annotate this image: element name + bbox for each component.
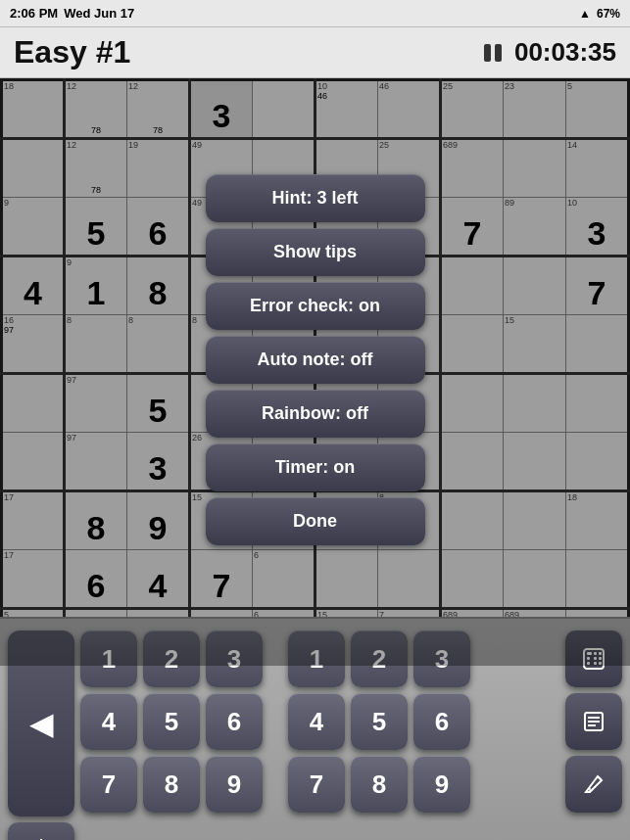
key-7[interactable]: 7 (80, 756, 137, 813)
header-right: 00:03:35 (479, 37, 616, 68)
key-6[interactable]: 6 (206, 693, 263, 750)
svg-rect-1 (495, 44, 502, 62)
key-note-6[interactable]: 6 (413, 693, 470, 750)
notes-button[interactable] (565, 693, 622, 750)
key-8[interactable]: 8 (143, 756, 200, 813)
show-tips-button[interactable]: Show tips (206, 228, 425, 276)
status-date: Wed Jun 17 (64, 6, 134, 21)
timer-display: 00:03:35 (514, 37, 616, 68)
grid-area: 18 1278 1278 3 1046 46 25 23 5 1278 19 4… (0, 78, 630, 666)
menu-popup: Hint: 3 left Show tips Error check: on A… (198, 166, 433, 553)
svg-rect-0 (484, 44, 491, 62)
key-note-9[interactable]: 9 (413, 756, 470, 813)
status-bar: 2:06 PM Wed Jun 17 ▲ 67% (0, 0, 630, 27)
status-left: 2:06 PM Wed Jun 17 (10, 6, 134, 21)
key-note-8[interactable]: 8 (351, 756, 408, 813)
status-right: ▲ 67% (579, 7, 620, 21)
hint-button[interactable]: Hint: 3 left (206, 174, 425, 222)
done-button[interactable]: Done (206, 497, 425, 545)
key-note-5[interactable]: 5 (351, 693, 408, 750)
pencil-button[interactable] (565, 756, 622, 813)
wifi-icon: ▲ (579, 7, 591, 21)
key-5[interactable]: 5 (143, 693, 200, 750)
rainbow-button[interactable]: Rainbow: off (206, 390, 425, 438)
status-time: 2:06 PM (10, 6, 58, 21)
header: Easy #1 00:03:35 (0, 27, 630, 78)
key-4[interactable]: 4 (80, 693, 137, 750)
back-icon: ◀ (29, 705, 54, 742)
auto-note-button[interactable]: Auto note: off (206, 336, 425, 384)
timer-button[interactable]: Timer: on (206, 443, 425, 491)
bulb-button[interactable] (8, 822, 74, 840)
pause-icon[interactable] (479, 39, 507, 67)
key-9[interactable]: 9 (206, 756, 263, 813)
game-title: Easy #1 (14, 34, 130, 70)
key-note-4[interactable]: 4 (288, 693, 345, 750)
battery-label: 67% (597, 7, 620, 21)
error-check-button[interactable]: Error check: on (206, 282, 425, 330)
key-note-7[interactable]: 7 (288, 756, 345, 813)
